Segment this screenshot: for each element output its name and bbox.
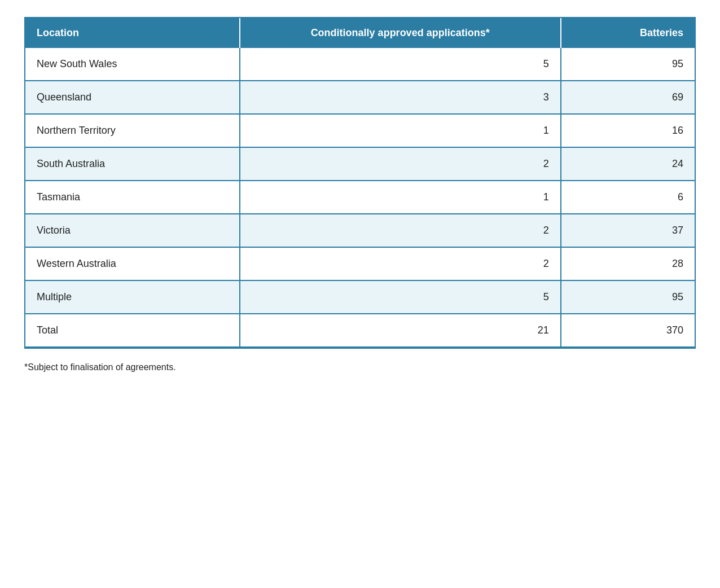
cell-applications: 5 <box>240 280 561 314</box>
cell-applications: 21 <box>240 314 561 347</box>
cell-applications: 1 <box>240 114 561 147</box>
cell-batteries: 370 <box>561 314 695 347</box>
table-row: Queensland369 <box>25 81 695 114</box>
cell-applications: 1 <box>240 181 561 214</box>
table-row: South Australia224 <box>25 147 695 181</box>
cell-applications: 2 <box>240 147 561 181</box>
cell-location: Queensland <box>25 81 240 114</box>
cell-batteries: 6 <box>561 181 695 214</box>
cell-location: Tasmania <box>25 181 240 214</box>
table-header-row: Location Conditionally approved applicat… <box>25 18 695 48</box>
table-row: New South Wales595 <box>25 48 695 81</box>
cell-batteries: 24 <box>561 147 695 181</box>
cell-location: Western Australia <box>25 247 240 280</box>
footnote-text: *Subject to finalisation of agreements. <box>24 362 696 372</box>
table-row: Tasmania16 <box>25 181 695 214</box>
cell-batteries: 37 <box>561 214 695 247</box>
cell-applications: 3 <box>240 81 561 114</box>
header-batteries: Batteries <box>561 18 695 48</box>
table-row: Victoria237 <box>25 214 695 247</box>
table-row: Multiple595 <box>25 280 695 314</box>
cell-applications: 5 <box>240 48 561 81</box>
cell-location: New South Wales <box>25 48 240 81</box>
header-location: Location <box>25 18 240 48</box>
cell-applications: 2 <box>240 247 561 280</box>
cell-batteries: 69 <box>561 81 695 114</box>
cell-batteries: 28 <box>561 247 695 280</box>
table-row: Northern Territory116 <box>25 114 695 147</box>
table-row: Western Australia228 <box>25 247 695 280</box>
data-table: Location Conditionally approved applicat… <box>24 17 696 349</box>
cell-applications: 2 <box>240 214 561 247</box>
cell-location: South Australia <box>25 147 240 181</box>
cell-batteries: 16 <box>561 114 695 147</box>
header-applications: Conditionally approved applications* <box>240 18 561 48</box>
cell-location: Northern Territory <box>25 114 240 147</box>
cell-batteries: 95 <box>561 280 695 314</box>
cell-location: Multiple <box>25 280 240 314</box>
cell-batteries: 95 <box>561 48 695 81</box>
table-row: Total21370 <box>25 314 695 347</box>
cell-location: Victoria <box>25 214 240 247</box>
cell-location: Total <box>25 314 240 347</box>
